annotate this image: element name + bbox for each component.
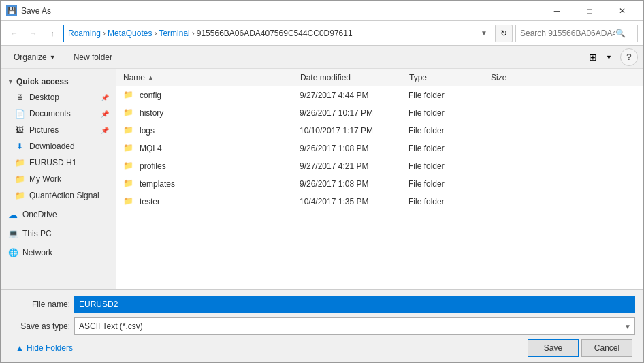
toolbar: Organize ▼ New folder ⊞ ▼ ? [1, 46, 643, 69]
folder-icon-logs: 📁 [123, 125, 134, 136]
search-box[interactable]: 🔍 [515, 25, 638, 42]
quick-access-header[interactable]: ▼ Quick access [1, 74, 116, 89]
sidebar-item-onedrive[interactable]: ☁ OneDrive [1, 206, 116, 223]
file-date-config: 9/27/2017 4:44 PM [300, 91, 408, 100]
address-bar: ← → ↑ Roaming › MetaQuotes › Terminal › … [1, 21, 643, 46]
folder-icon-history: 📁 [123, 108, 134, 119]
hide-folders-arrow: ▲ [16, 343, 24, 353]
sidebar-item-mywork-label: My Work [29, 174, 61, 184]
savetype-select-wrapper: ASCII Text (*.csv) ▼ [74, 317, 635, 335]
file-row-MQL4[interactable]: 📁 MQL4 9/26/2017 1:08 PM File folder [116, 140, 643, 157]
savetype-row: Save as type: ASCII Text (*.csv) ▼ [9, 317, 635, 335]
forward-button[interactable]: → [25, 25, 42, 42]
folder-icon-MQL4: 📁 [123, 143, 134, 154]
file-row-profiles[interactable]: 📁 profiles 9/27/2017 4:21 PM File folder [116, 157, 643, 175]
sidebar-item-eurusd[interactable]: 📁 EURUSD H1 [1, 155, 116, 171]
refresh-button[interactable]: ↻ [495, 25, 513, 42]
pictures-icon: 🖼 [14, 125, 25, 136]
search-input[interactable] [520, 29, 615, 38]
breadcrumb-dropdown-icon[interactable]: ▼ [481, 29, 487, 37]
onedrive-icon: ☁ [7, 209, 18, 220]
col-name-header[interactable]: Name ▲ [123, 73, 300, 82]
help-button[interactable]: ? [620, 48, 638, 66]
file-type-logs: File folder [408, 126, 490, 136]
file-name-profiles: profiles [140, 161, 300, 171]
sidebar-item-quantaction[interactable]: 📁 QuantAction Signal [1, 187, 116, 204]
cancel-button[interactable]: Cancel [581, 339, 632, 357]
folder-icon-templates: 📁 [123, 178, 134, 189]
sidebar-item-mywork[interactable]: 📁 My Work [1, 171, 116, 187]
col-type-header[interactable]: Type [409, 73, 491, 82]
file-name-templates: templates [140, 179, 300, 189]
file-row-logs[interactable]: 📁 logs 10/10/2017 1:17 PM File folder [116, 122, 643, 140]
sidebar-item-desktop-label: Desktop [29, 93, 59, 102]
file-date-logs: 10/10/2017 1:17 PM [300, 126, 408, 136]
maximize-button[interactable]: □ [574, 1, 605, 21]
filename-row: File name: [9, 296, 635, 313]
view-dropdown-icon[interactable]: ▼ [606, 54, 612, 61]
file-list: Name ▲ Date modified Type Size 📁 config … [116, 69, 643, 289]
file-row-tester[interactable]: 📁 tester 10/4/2017 1:35 PM File folder [116, 193, 643, 210]
desktop-icon: 🖥 [14, 92, 25, 103]
col-size-header[interactable]: Size [491, 73, 545, 82]
breadcrumb-current: 915566BA06ADA407569C544CC0D97611 [197, 29, 353, 38]
close-button[interactable]: ✕ [607, 1, 638, 21]
sidebar-item-pictures-label: Pictures [29, 125, 59, 135]
sidebar-item-documents[interactable]: 📄 Documents 📌 [1, 106, 116, 122]
downloaded-icon: ⬇ [14, 141, 25, 152]
sidebar-item-desktop[interactable]: 🖥 Desktop 📌 [1, 89, 116, 106]
col-date-header[interactable]: Date modified [300, 73, 409, 82]
breadcrumb[interactable]: Roaming › MetaQuotes › Terminal › 915566… [63, 25, 492, 42]
window-title: Save As [21, 6, 541, 16]
file-row-config[interactable]: 📁 config 9/27/2017 4:44 PM File folder [116, 86, 643, 104]
file-date-profiles: 9/27/2017 4:21 PM [300, 161, 408, 171]
quantaction-folder-icon: 📁 [14, 190, 25, 201]
view-icon: ⊞ [589, 52, 597, 63]
sidebar-item-downloaded-label: Downloaded [29, 142, 75, 151]
main-content: ▼ Quick access 🖥 Desktop 📌 📄 Documents 📌… [1, 69, 643, 289]
minimize-button[interactable]: ─ [541, 1, 573, 21]
sidebar-item-thispc[interactable]: 💻 This PC [1, 225, 116, 242]
save-as-dialog: 💾 Save As ─ □ ✕ ← → ↑ Roaming › MetaQuot… [0, 0, 644, 363]
file-type-history: File folder [408, 108, 490, 118]
up-button[interactable]: ↑ [44, 25, 61, 42]
folder-icon-tester: 📁 [123, 196, 134, 207]
save-label: Save [544, 343, 562, 353]
filename-input[interactable] [74, 296, 635, 313]
file-name-MQL4: MQL4 [140, 144, 300, 153]
file-row-history[interactable]: 📁 history 9/26/2017 10:17 PM File folder [116, 104, 643, 122]
sidebar-item-network-label: Network [22, 248, 52, 257]
breadcrumb-terminal[interactable]: Terminal [159, 29, 189, 38]
sidebar-item-quantaction-label: QuantAction Signal [29, 191, 99, 200]
folder-icon-config: 📁 [123, 90, 134, 101]
sort-arrow-name: ▲ [148, 74, 154, 81]
file-list-header: Name ▲ Date modified Type Size [116, 69, 643, 86]
folder-icon-profiles: 📁 [123, 161, 134, 172]
new-folder-button[interactable]: New folder [66, 48, 120, 66]
file-date-history: 9/26/2017 10:17 PM [300, 108, 408, 118]
breadcrumb-roaming[interactable]: Roaming [68, 29, 101, 38]
file-date-MQL4: 9/26/2017 1:08 PM [300, 144, 408, 153]
hide-folders-link[interactable]: ▲ Hide Folders [9, 341, 80, 356]
hide-folders-label: Hide Folders [27, 343, 73, 353]
file-date-tester: 10/4/2017 1:35 PM [300, 197, 408, 206]
breadcrumb-metaquotes[interactable]: MetaQuotes [108, 29, 152, 38]
view-button[interactable]: ⊞ [583, 48, 603, 66]
organize-label: Organize [14, 52, 47, 62]
file-name-tester: tester [140, 197, 300, 206]
sidebar-item-network[interactable]: 🌐 Network [1, 244, 116, 261]
save-button[interactable]: Save [528, 339, 579, 357]
sidebar: ▼ Quick access 🖥 Desktop 📌 📄 Documents 📌… [1, 69, 116, 289]
window-icon: 💾 [6, 5, 17, 16]
sidebar-item-onedrive-label: OneDrive [22, 210, 57, 219]
filename-label: File name: [9, 300, 70, 309]
file-row-templates[interactable]: 📁 templates 9/26/2017 1:08 PM File folde… [116, 175, 643, 193]
organize-button[interactable]: Organize ▼ [6, 48, 63, 66]
back-button[interactable]: ← [6, 25, 22, 42]
savetype-select[interactable]: ASCII Text (*.csv) [74, 317, 635, 335]
savetype-label: Save as type: [9, 321, 70, 331]
file-name-config: config [140, 91, 300, 100]
sidebar-item-pictures[interactable]: 🖼 Pictures 📌 [1, 122, 116, 138]
sidebar-item-downloaded[interactable]: ⬇ Downloaded [1, 138, 116, 155]
organize-dropdown-icon: ▼ [50, 54, 56, 61]
